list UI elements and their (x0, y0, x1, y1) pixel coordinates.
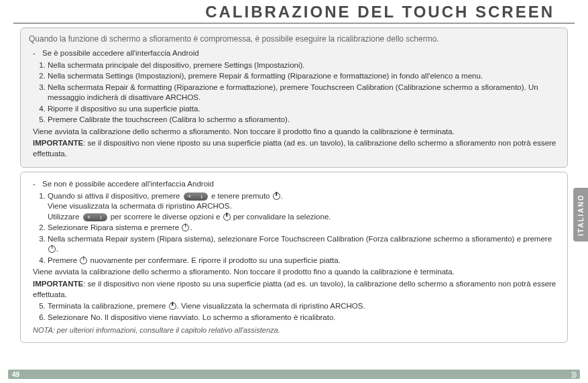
step: Nella schermata Repair & formatting (Rip… (48, 83, 559, 103)
power-icon (182, 224, 189, 231)
page-title: CALIBRAZIONE DEL TOUCH SCREEN (13, 0, 575, 23)
section-android-accessible: Quando la funzione di schermo a sfiorame… (20, 28, 568, 168)
volume-rocker-icon (83, 213, 107, 221)
power-icon (48, 245, 56, 253)
t: . (190, 223, 192, 231)
t: Viene visualizzata la schermata di ripri… (48, 201, 559, 212)
scenario-a-important: IMPORTANTE: se il dispositivo non viene … (33, 138, 559, 159)
t: e tenere premuto (211, 192, 270, 200)
step: Premere Calibrate the touchscreen (Calib… (48, 115, 559, 125)
intro-text: Quando la funzione di schermo a sfiorame… (29, 34, 559, 44)
step: Terminata la calibrazione, premere . Vie… (48, 301, 559, 312)
scenario-a-text: Se è possibile accedere all'interfaccia … (42, 48, 199, 59)
t: Utilizzare per scorrere le diverse opzio… (48, 212, 559, 223)
t: Terminata la calibrazione, premere (48, 302, 166, 310)
step: Riporre il dispositivo su una superficie… (48, 104, 559, 115)
step: Nella schermata Repair system (Ripara si… (48, 234, 559, 255)
scenario-b-steps: Quando si attiva il dispositivo, premere… (48, 191, 559, 266)
t: Utilizzare (48, 213, 79, 221)
important-label: IMPORTANTE (33, 139, 83, 147)
t: per scorrere le diverse opzioni e (111, 213, 221, 221)
t: nuovamente per confermare. E riporre il … (91, 256, 341, 264)
step: Selezionare Ripara sistema e premere . (48, 223, 559, 233)
scenario-a-heading: -Se è possibile accedere all'interfaccia… (33, 48, 559, 59)
t: per convalidare la selezione. (233, 213, 331, 221)
scenario-b-text: Se non è possibile accedere all'interfac… (42, 179, 214, 190)
important-text: : se il dispositivo non viene riposto su… (33, 139, 556, 158)
t: Nella schermata Repair system (Ripara si… (48, 235, 552, 243)
t: Selezionare Ripara sistema e premere (48, 223, 179, 231)
scenario-a-steps: Nella schermata principale del dispositi… (48, 60, 559, 125)
footer-deco: ))) (571, 371, 576, 378)
step: Premere nuovamente per confermare. E rip… (48, 256, 559, 266)
scenario-b-steps-cont: Terminata la calibrazione, premere . Vie… (48, 301, 559, 323)
footer-bar: 49 ))) (8, 370, 580, 379)
t: Premere (48, 256, 77, 264)
step: Quando si attiva il dispositivo, premere… (48, 191, 559, 223)
power-icon (80, 257, 87, 264)
note: NOTA: per ulteriori informazioni, consul… (33, 325, 559, 335)
power-icon (223, 213, 231, 221)
scenario-b-important: IMPORTANTE: se il dispositivo non viene … (33, 279, 559, 300)
step: Selezionare No. Il dispositivo viene ria… (48, 313, 559, 323)
page-number: 49 (12, 371, 19, 378)
language-label: ITALIANO (577, 194, 585, 235)
step: Nella schermata Settings (Impostazioni),… (48, 71, 559, 82)
t: . Viene visualizzata la schermata di rip… (177, 302, 365, 310)
t: . (56, 245, 58, 253)
language-tab: ITALIANO (573, 188, 588, 241)
important-text: : se il dispositivo non viene riposto su… (33, 280, 556, 298)
scenario-a-after: Viene avviata la calibrazione dello sche… (33, 127, 559, 138)
t: . (281, 192, 283, 200)
t: Quando si attiva il dispositivo, premere (48, 192, 180, 200)
section-android-not-accessible: -Se non è possibile accedere all'interfa… (20, 172, 568, 343)
scenario-b-heading: -Se non è possibile accedere all'interfa… (33, 179, 559, 190)
power-icon (273, 193, 280, 200)
important-label: IMPORTANTE (33, 280, 83, 288)
power-icon (169, 303, 176, 310)
step: Nella schermata principale del dispositi… (48, 60, 559, 71)
scenario-b-after: Viene avviata la calibrazione dello sche… (33, 267, 559, 278)
volume-rocker-icon (184, 193, 208, 201)
